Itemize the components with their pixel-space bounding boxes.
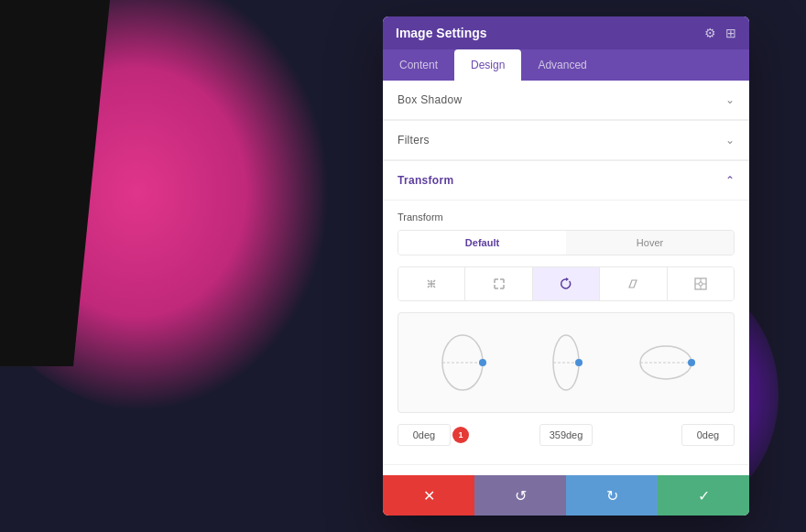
image-settings-panel: Image Settings ⚙ ⊞ Content Design Advanc…: [383, 16, 749, 516]
box-shadow-section-header[interactable]: Box Shadow ⌄: [383, 81, 749, 120]
panel-header: Image Settings ⚙ ⊞: [383, 16, 749, 49]
transform-icon-row: [398, 266, 735, 301]
confirm-icon: ✓: [698, 487, 710, 505]
tab-content[interactable]: Content: [383, 49, 454, 81]
transform-toggle: Default Hover: [398, 230, 735, 255]
svg-point-9: [553, 335, 579, 390]
origin-icon-btn[interactable]: [668, 267, 734, 300]
header-icons: ⚙ ⊞: [704, 26, 736, 40]
cancel-button[interactable]: ✕: [383, 475, 474, 516]
svg-point-14: [688, 359, 695, 366]
grid-icon[interactable]: ⊞: [725, 26, 736, 40]
value-y-wrapper: 1 359deg: [458, 424, 674, 446]
panel-footer: ✕ ↺ ↻ ✓: [383, 475, 749, 516]
svg-point-11: [575, 359, 583, 366]
scale-icon-btn[interactable]: [465, 267, 532, 300]
badge-1: 1: [452, 427, 469, 443]
toggle-hover[interactable]: Hover: [566, 231, 734, 255]
svg-point-8: [479, 359, 486, 366]
toggle-default[interactable]: Default: [398, 231, 566, 255]
transform-chevron: ⌃: [725, 174, 735, 187]
value-y[interactable]: 359deg: [539, 424, 593, 446]
panel-title: Image Settings: [396, 26, 487, 40]
redo-icon: ↻: [606, 487, 618, 505]
settings-icon[interactable]: ⚙: [704, 26, 716, 40]
confirm-button[interactable]: ✓: [658, 475, 749, 516]
dial-z: [631, 331, 704, 395]
value-inputs-row: 0deg 1 359deg 0deg: [398, 424, 735, 446]
transform-label: Transform: [398, 174, 453, 187]
panel-body: Box Shadow ⌄ Filters ⌄ Transform ⌃ Trans…: [383, 81, 749, 475]
panel-tabs: Content Design Advanced: [383, 49, 749, 81]
redo-button[interactable]: ↻: [566, 475, 658, 516]
tab-advanced[interactable]: Advanced: [521, 49, 603, 81]
box-shadow-label: Box Shadow: [398, 93, 462, 106]
cancel-icon: ✕: [423, 487, 435, 505]
transform-section: Transform ⌃ Transform Default Hover: [383, 161, 749, 464]
move-icon-btn[interactable]: [398, 267, 465, 300]
value-z[interactable]: 0deg: [681, 424, 735, 446]
skew-icon-btn[interactable]: [600, 267, 667, 300]
rotate-icon-btn[interactable]: [533, 267, 600, 300]
box-shadow-chevron: ⌄: [725, 93, 735, 106]
transform-sub-label: Transform: [398, 201, 735, 230]
dial-x: [428, 331, 501, 395]
undo-icon: ↺: [515, 487, 527, 505]
undo-button[interactable]: ↺: [474, 475, 566, 516]
value-x[interactable]: 0deg: [398, 424, 451, 446]
animation-section: Animation ⌄: [383, 464, 749, 475]
tab-design[interactable]: Design: [454, 49, 521, 81]
filters-label: Filters: [398, 134, 430, 147]
animation-section-header[interactable]: Animation ⌄: [383, 465, 749, 475]
transform-visualizer: [398, 312, 735, 413]
transform-body: Transform Default Hover: [383, 201, 749, 464]
transform-section-header[interactable]: Transform ⌃: [383, 161, 749, 201]
svg-point-1: [699, 282, 703, 286]
dial-y: [529, 331, 603, 395]
filters-chevron: ⌄: [725, 134, 735, 147]
filters-section-header[interactable]: Filters ⌄: [383, 121, 749, 160]
